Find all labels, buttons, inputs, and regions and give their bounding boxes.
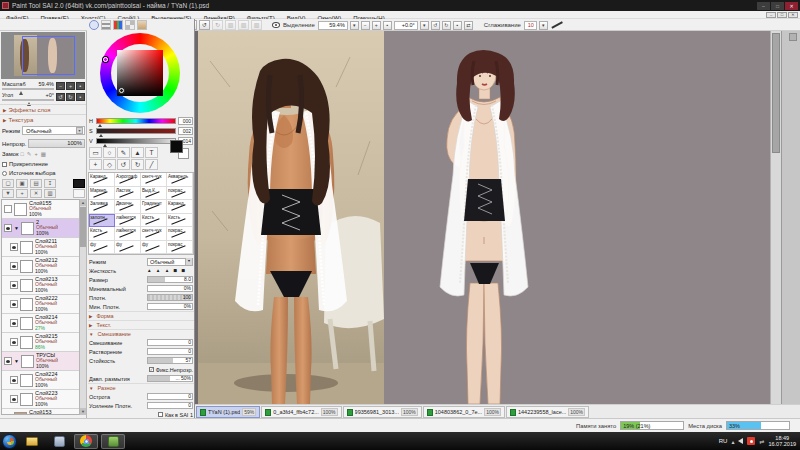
- layer-visibility-toggle[interactable]: [10, 395, 18, 403]
- brush-cell[interactable]: Аэрограф: [115, 173, 141, 187]
- move-tool[interactable]: ▲: [131, 147, 144, 158]
- setting-input[interactable]: 0: [147, 339, 193, 346]
- layer-row[interactable]: Слой214Обычный27%: [2, 314, 79, 333]
- smoothing-dropdown-button[interactable]: ▾: [539, 21, 548, 30]
- layer-row[interactable]: Слой224Обычный100%: [2, 371, 79, 390]
- layer-row[interactable]: Слой215Обычный86%: [2, 333, 79, 352]
- nav-zoom-reset-button[interactable]: ▪: [76, 82, 85, 90]
- zoom-dropdown-button[interactable]: ▾: [350, 21, 359, 30]
- zoom-out-button[interactable]: −: [361, 21, 370, 30]
- start-button[interactable]: [2, 434, 17, 449]
- layer-row[interactable]: Слой153Обычный100%: [2, 409, 79, 415]
- pin-row[interactable]: Прикрепление: [2, 161, 85, 167]
- scrollbar-thumb[interactable]: [772, 33, 780, 153]
- painting-canvas[interactable]: [384, 31, 770, 404]
- brush-cell[interactable]: покрас: [167, 241, 193, 255]
- setting-slider[interactable]: 57: [147, 357, 193, 364]
- brush-cell[interactable]: Кисть: [141, 214, 167, 228]
- select-all-button[interactable]: ▥: [251, 20, 262, 30]
- taskbar-chrome-button[interactable]: [74, 434, 98, 449]
- setting-slider[interactable]: 8.0: [147, 276, 193, 283]
- layer-visibility-toggle[interactable]: [10, 262, 18, 270]
- minimize-button[interactable]: –: [757, 2, 770, 10]
- brush-cell[interactable]: лайнится: [115, 214, 141, 228]
- panel-toggle-button[interactable]: [789, 33, 797, 41]
- lock-all-icon[interactable]: ▦: [41, 151, 46, 157]
- brush-cell[interactable]: лайнится: [115, 227, 141, 241]
- doc-minimize-button[interactable]: –: [766, 12, 776, 18]
- color-bars-tab[interactable]: [101, 20, 111, 30]
- brush-cell[interactable]: покрас: [167, 227, 193, 241]
- document-tab[interactable]: TYaN (1).psd59%: [196, 406, 260, 418]
- lock-transparency-icon[interactable]: □: [20, 151, 23, 157]
- brush-cell[interactable]: Кисть: [89, 227, 115, 241]
- setting-checkbox[interactable]: ✓: [149, 367, 154, 372]
- smoothing-value[interactable]: 10: [524, 21, 537, 30]
- selection-source-radio[interactable]: [2, 171, 7, 176]
- scroll-up-icon[interactable]: ▲: [80, 199, 86, 206]
- pan-tool[interactable]: +: [89, 159, 102, 170]
- select-none-button[interactable]: ▥: [225, 20, 236, 30]
- document-tab[interactable]: 99356981_3013...100%: [343, 406, 422, 418]
- brush-cell[interactable]: Заливка: [89, 200, 115, 214]
- new-layer-button[interactable]: ▢: [2, 179, 14, 188]
- setting-checkbox[interactable]: [158, 412, 163, 417]
- primary-color-swatch[interactable]: [170, 140, 183, 153]
- nav-rotate-cw-button[interactable]: ↻: [66, 93, 75, 101]
- settings-section-header[interactable]: ▼Смешивание: [88, 329, 194, 338]
- brush-cell[interactable]: Каранд.: [89, 173, 115, 187]
- rect-select-tool[interactable]: ▭: [89, 147, 102, 158]
- zoom-tool[interactable]: ◇: [103, 159, 116, 170]
- layer-row[interactable]: Слой213Обычный100%: [2, 276, 79, 295]
- document-tab[interactable]: 0_a3fd4_ffb4c72...100%: [261, 406, 341, 418]
- delete-layer-button[interactable]: ▥: [44, 189, 56, 198]
- settings-section-header[interactable]: ▶Текст.: [88, 320, 194, 329]
- flip-horizontal-button[interactable]: ⇄: [464, 21, 473, 30]
- setting-slider[interactable]: ... 50%: [147, 375, 193, 382]
- clear-layer-button[interactable]: ✕: [30, 189, 42, 198]
- nav-angle-reset-button[interactable]: ▪: [76, 93, 85, 101]
- canvas-vertical-scrollbar[interactable]: [770, 31, 781, 404]
- layer-row[interactable]: Слой212Обычный100%: [2, 257, 79, 276]
- redo-button[interactable]: ↻: [212, 20, 223, 30]
- brush-cell[interactable]: Двоичн.: [115, 200, 141, 214]
- layer-opacity-slider[interactable]: 100%: [28, 139, 85, 148]
- dropdown-arrow-icon[interactable]: ▼: [76, 127, 83, 134]
- navigator-preview[interactable]: [1, 32, 85, 79]
- sync-icon[interactable]: ⇄: [759, 438, 764, 445]
- canvas-area[interactable]: [195, 31, 781, 404]
- layer-visibility-toggle[interactable]: [10, 243, 18, 251]
- saturation-slider[interactable]: [96, 128, 176, 134]
- zoom-reset-button[interactable]: ▪: [383, 21, 392, 30]
- zoom-in-button[interactable]: +: [372, 21, 381, 30]
- layer-effects-section[interactable]: ▶Эффекты слоя: [0, 104, 86, 114]
- layers-scrollbar[interactable]: ▲ ▼: [79, 199, 86, 415]
- pin-checkbox[interactable]: [2, 162, 7, 167]
- value-slider[interactable]: [96, 138, 176, 144]
- layer-row[interactable]: Слой155Обычный100%: [2, 200, 79, 219]
- brush-cell[interactable]: Кисть: [167, 214, 193, 228]
- hue-slider[interactable]: [96, 118, 176, 124]
- brush-cell[interactable]: фу: [115, 241, 141, 255]
- merge-down-button[interactable]: +: [16, 189, 28, 198]
- layer-visibility-toggle[interactable]: [10, 281, 18, 289]
- doc-close-button[interactable]: ✕: [788, 12, 798, 18]
- new-linework-layer-button[interactable]: ▤: [30, 179, 42, 188]
- rotate-ccw-button[interactable]: ↺: [431, 21, 440, 30]
- color-wheel-tab[interactable]: [89, 20, 99, 30]
- brush-cell[interactable]: Акварель: [167, 173, 193, 187]
- select-invert-button[interactable]: ▥: [238, 20, 249, 30]
- layer-visibility-toggle[interactable]: [10, 319, 18, 327]
- eyedropper-tool[interactable]: ╱: [145, 159, 158, 170]
- taskbar-clock[interactable]: 18:49 16.07.2019: [768, 435, 796, 448]
- layer-visibility-toggle[interactable]: [10, 338, 18, 346]
- hardness-presets[interactable]: ▲ ▲ ▲ ◼ ◼: [147, 268, 193, 273]
- angle-value[interactable]: +0.0°: [394, 21, 418, 30]
- selection-source-row[interactable]: Источник выбора: [2, 170, 85, 176]
- setting-input[interactable]: 0: [147, 402, 193, 409]
- layer-visibility-toggle[interactable]: [4, 414, 12, 415]
- folder-expand-icon[interactable]: ▼: [14, 358, 19, 364]
- navigator-viewport-rect[interactable]: [22, 36, 75, 75]
- lock-move-icon[interactable]: +: [34, 151, 37, 157]
- undo-button[interactable]: ↺: [199, 20, 210, 30]
